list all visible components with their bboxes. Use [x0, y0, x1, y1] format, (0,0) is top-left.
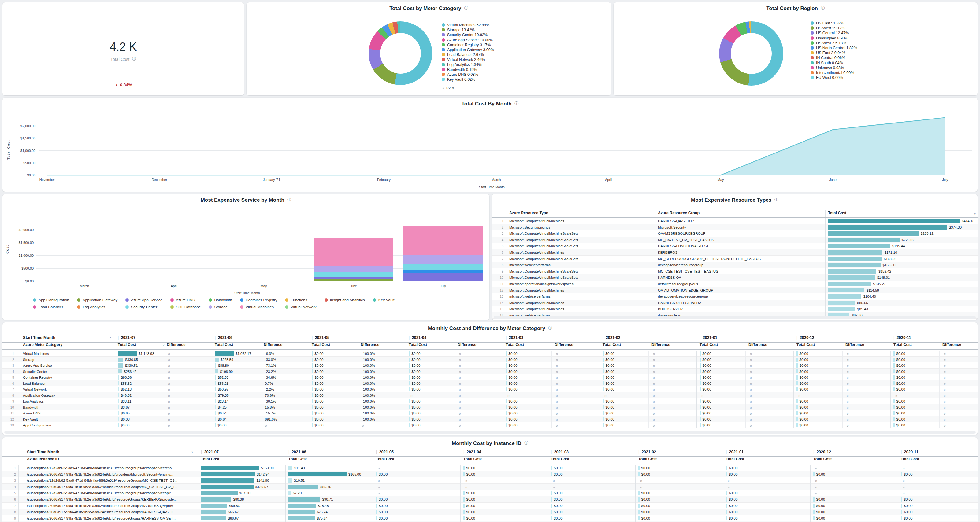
legend-item[interactable]: Application Gateway 3.00%: [442, 48, 494, 52]
cost-bar[interactable]: [118, 411, 119, 415]
cost-bar[interactable]: [312, 387, 313, 392]
legend-item[interactable]: Load Balancer: [33, 305, 69, 309]
cost-bar[interactable]: [409, 405, 410, 409]
cell-total-cost[interactable]: $0.00: [606, 364, 614, 367]
cost-bar[interactable]: [215, 370, 218, 374]
cost-bar[interactable]: [700, 370, 701, 374]
cost-bar[interactable]: [409, 370, 410, 374]
cell-resource-group[interactable]: MC_CV-TEST_CV_TEST_EASTUS: [658, 238, 817, 242]
cell-difference[interactable]: -100.0%: [362, 400, 375, 403]
table-row[interactable]: 8Application Gateway$46.52ø$79.3570.6%$0…: [2, 392, 978, 398]
cell-total-cost[interactable]: $0.00: [509, 400, 517, 403]
cell-total-cost[interactable]: $0.00: [412, 382, 420, 386]
cost-bar[interactable]: [376, 497, 377, 502]
cell-row-label[interactable]: Load Balancer: [23, 382, 110, 386]
cell-resource-group[interactable]: Microsoft.Security: [658, 225, 817, 229]
cost-bar[interactable]: [828, 238, 900, 242]
cost-bar[interactable]: [118, 387, 119, 392]
cell-total-cost[interactable]: $0.00: [379, 504, 388, 508]
cost-bar[interactable]: [215, 381, 216, 386]
cost-bar[interactable]: [797, 411, 798, 415]
cell-total-cost[interactable]: $414.18: [962, 219, 975, 223]
cell-total-cost[interactable]: $0.00: [412, 417, 420, 421]
cost-bar[interactable]: [828, 244, 890, 248]
month-header[interactable]: |2021-04: [463, 449, 481, 454]
cell-total-cost[interactable]: $0.00: [800, 364, 808, 367]
cost-bar[interactable]: [201, 478, 255, 483]
cell-total-cost[interactable]: $374.30: [949, 225, 962, 229]
cell-total-cost[interactable]: $0.00: [606, 358, 614, 362]
stacked-bar[interactable]: [313, 194, 393, 281]
cell-resource-type[interactable]: Microsoft.Compute/virtualMachineScaleSet…: [509, 270, 650, 273]
cost-bar[interactable]: [700, 411, 701, 415]
month-header[interactable]: |2020-11: [901, 449, 918, 454]
cell-total-cost[interactable]: $141.90: [256, 479, 269, 482]
cell-total-cost[interactable]: $0.00: [412, 376, 420, 379]
legend-item[interactable]: Azure App Service: [126, 298, 162, 302]
cost-bar[interactable]: [893, 358, 895, 362]
column-header-resource-group[interactable]: Azure Resource Group: [658, 211, 700, 215]
cell-row-label[interactable]: /subscriptions/20d6a917-99fa-4b1b-9b2e-a…: [27, 485, 194, 489]
cell-difference[interactable]: 0.7%: [265, 382, 273, 386]
cost-bar[interactable]: [376, 472, 377, 477]
cell-total-cost[interactable]: $0.00: [641, 473, 650, 476]
cell-difference[interactable]: -23.2%: [265, 370, 276, 373]
table-row[interactable]: 4Microsoft.Compute/virtualMachineScaleSe…: [492, 237, 978, 243]
cost-bar[interactable]: [201, 466, 259, 470]
cost-bar[interactable]: [118, 423, 119, 427]
cell-total-cost[interactable]: $0.00: [606, 423, 614, 427]
legend-item[interactable]: Container Registry: [240, 298, 277, 302]
cost-bar[interactable]: [506, 405, 507, 409]
cell-difference[interactable]: -6.3%: [265, 352, 274, 355]
table-row[interactable]: 7/subscriptions/20d6a917-99fa-4b1b-9b2e-…: [2, 503, 978, 509]
month-header[interactable]: |2021-03: [551, 449, 569, 454]
cell-total-cost[interactable]: $90.71: [322, 498, 333, 501]
cell-total-cost[interactable]: $0.54: [218, 411, 227, 415]
cell-total-cost[interactable]: $0.00: [509, 358, 517, 362]
cell-total-cost[interactable]: $0.00: [641, 517, 650, 520]
cost-bar[interactable]: [893, 405, 895, 409]
cell-total-cost[interactable]: $225.02: [902, 238, 915, 242]
cell-resource-type[interactable]: Microsoft.Compute/virtualMachines: [509, 219, 650, 223]
subcol-total-cost[interactable]: Total Cost: [893, 343, 912, 347]
cell-total-cost[interactable]: $0.00: [729, 504, 738, 508]
subcol-difference[interactable]: Difference: [942, 343, 961, 347]
cost-bar[interactable]: [288, 491, 291, 495]
cell-total-cost[interactable]: $0.00: [554, 473, 563, 476]
cell-total-cost[interactable]: $0.00: [904, 473, 913, 476]
cell-total-cost[interactable]: $0.00: [897, 387, 905, 391]
cell-total-cost[interactable]: $0.00: [509, 411, 517, 415]
cost-bar[interactable]: [215, 351, 234, 356]
cell-total-cost[interactable]: $0.00: [703, 382, 711, 386]
cost-bar[interactable]: [201, 510, 226, 514]
cost-bar[interactable]: [603, 423, 604, 427]
cell-difference[interactable]: -15.7%: [265, 411, 276, 415]
cell-total-cost[interactable]: $0.00: [897, 352, 905, 355]
sort-chevron-icon[interactable]: ∨: [974, 212, 976, 215]
subcol-difference[interactable]: Difference: [458, 343, 476, 347]
cost-bar[interactable]: [215, 399, 216, 403]
cell-total-cost[interactable]: $85.45: [320, 485, 331, 489]
cell-total-cost[interactable]: $0.00: [897, 423, 905, 427]
cell-resource-group[interactable]: defaultresourcegroup-eus: [658, 282, 817, 286]
cost-bar[interactable]: [700, 423, 701, 427]
cell-total-cost[interactable]: $11.40: [294, 466, 305, 470]
cost-bar[interactable]: [603, 370, 604, 374]
subcol-total-cost[interactable]: Total Cost: [376, 457, 394, 461]
cell-row-label[interactable]: Bandwidth: [23, 406, 110, 409]
table-row[interactable]: 7Virtual Network$52.13ø$50.97-2.2%$0.00-…: [2, 386, 978, 392]
cell-total-cost[interactable]: $46.52: [121, 393, 132, 397]
cell-resource-group[interactable]: HARNESS-UI-TEST-INFRA: [658, 301, 817, 305]
cost-bar[interactable]: [901, 516, 902, 521]
cost-bar[interactable]: [201, 497, 231, 502]
cost-bar[interactable]: [813, 497, 815, 502]
cell-total-cost[interactable]: $0.00: [315, 370, 324, 373]
cell-total-cost[interactable]: $0.00: [897, 358, 905, 362]
table-row[interactable]: 3/subscriptions/12d2db62-5aa9-471d-84bb-…: [2, 478, 978, 484]
cell-total-cost[interactable]: $1,143.93: [138, 352, 154, 355]
cell-total-cost[interactable]: $0.00: [606, 411, 614, 415]
table-row[interactable]: 2Microsoft.Security/pricingsMicrosoft.Se…: [492, 224, 978, 231]
cell-difference[interactable]: -100.0%: [362, 387, 375, 391]
cost-bar[interactable]: [551, 510, 552, 514]
cell-total-cost[interactable]: $0.00: [800, 411, 808, 415]
